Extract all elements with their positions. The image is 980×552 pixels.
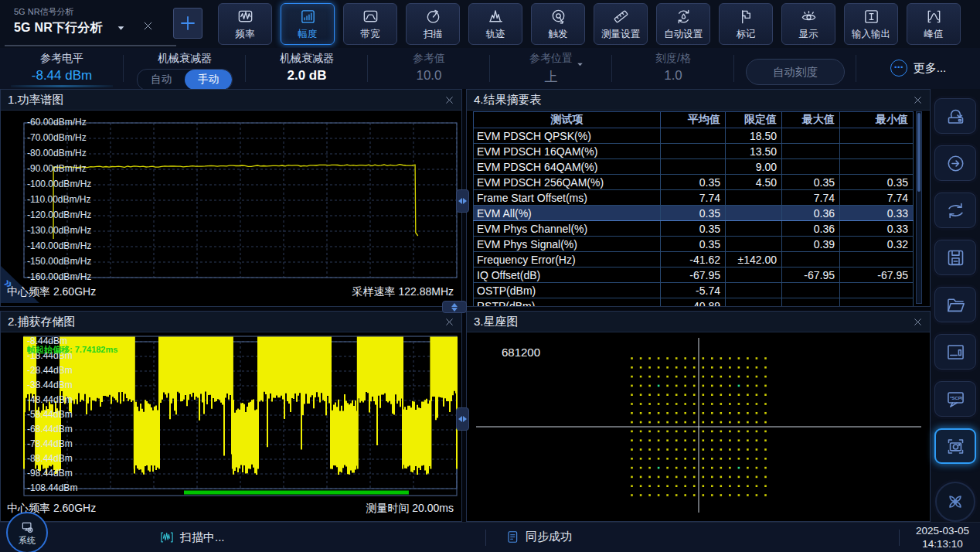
- table-row[interactable]: Frame Start Offset(ms)7.747.747.74: [474, 190, 914, 206]
- toolbar-button-trigger[interactable]: 触发: [531, 3, 585, 45]
- auto-scale-button[interactable]: 自动刻度: [746, 59, 845, 85]
- y-axis-tick-label: -70.00dBm/Hz: [27, 132, 87, 143]
- sidebar-button-scpi[interactable]: *SCPI: [934, 381, 976, 417]
- trigger-icon: [550, 8, 567, 26]
- frame-offset-annotation: 帧起始偏移: 7.74182ms: [27, 344, 117, 356]
- toolbar-button-peak[interactable]: 峰值: [907, 3, 961, 45]
- toolbar-button-trace[interactable]: 轨迹: [468, 3, 522, 45]
- center-frequency-label: 中心频率 2.60GHz: [7, 285, 96, 299]
- value-cell: 0.35: [661, 237, 726, 252]
- freq-icon: [236, 8, 254, 26]
- sidebar-button-screenshot[interactable]: [934, 428, 976, 464]
- table-row[interactable]: EVM PDSCH 256QAM(%)0.354.500.350.35: [474, 175, 914, 190]
- param-value[interactable]: 上: [490, 68, 612, 86]
- table-row[interactable]: RSTP(dBm)-40.89: [474, 298, 914, 307]
- constellation-plot[interactable]: [467, 332, 930, 521]
- ellipsis-icon: ⋯: [890, 60, 907, 77]
- scrollbar-thumb[interactable]: [917, 113, 920, 192]
- power-spectrum-plot[interactable]: -60.00dBm/Hz-70.00dBm/Hz-80.00dBm/Hz-90.…: [1, 110, 461, 306]
- tab-close-icon[interactable]: [142, 20, 154, 32]
- toolbar-button-meas-setup[interactable]: 测量设置: [594, 3, 648, 45]
- table-row[interactable]: EVM All(%)0.350.360.33: [474, 206, 914, 221]
- param-value[interactable]: 1.0: [612, 68, 734, 83]
- value-cell: 0.35: [661, 175, 726, 190]
- capture-plot[interactable]: -8.44dBm-18.44dBm-28.44dBm-38.44dBm-48.4…: [1, 332, 461, 521]
- panel-close-icon[interactable]: [913, 95, 923, 105]
- table-row[interactable]: EVM Phys Channel(%)0.350.360.33: [474, 221, 914, 237]
- test-item-cell: EVM PDSCH 64QAM(%): [474, 159, 661, 175]
- panel-summary-table: 4.结果摘要表 测试项平均值限定值最大值最小值EVM PDSCH QPSK(%)…: [466, 89, 931, 307]
- result-summary-table: 测试项平均值限定值最大值最小值EVM PDSCH QPSK(%)18.50EVM…: [473, 111, 914, 306]
- measure-time-label: 测量时间 20.00ms: [366, 502, 454, 516]
- panel-title-bar: 3.星座图: [467, 312, 930, 332]
- y-axis-tick-label: -140.00dBm/Hz: [27, 240, 91, 251]
- test-item-cell: IQ Offset(dB): [474, 267, 661, 283]
- tab-dropdown-caret-icon[interactable]: [116, 23, 126, 33]
- panel-close-icon[interactable]: [444, 317, 454, 327]
- toolbar-button-bandwidth[interactable]: 带宽: [343, 3, 397, 45]
- value-cell: 0.35: [661, 221, 726, 237]
- test-item-cell: OSTP(dBm): [474, 283, 661, 298]
- sidebar-button-restart-sweep[interactable]: [934, 193, 976, 228]
- table-scrollbar[interactable]: [916, 111, 922, 304]
- toolbar-button-display[interactable]: 显示: [781, 3, 835, 45]
- value-cell: ±142.00: [726, 252, 782, 267]
- sidebar-button-preset[interactable]: [934, 98, 976, 134]
- table-row[interactable]: OSTP(dBm)-5.74: [474, 283, 914, 298]
- toolbar-button-sweep[interactable]: 扫描: [406, 3, 460, 45]
- toolbar-button-io[interactable]: 输入输出: [844, 3, 898, 45]
- toolbar-button-amplitude[interactable]: 幅度: [281, 3, 335, 45]
- parameter-bar: 参考电平-8.44 dBm机械衰减器自动手动机械衰减器2.0 dB参考值10.0…: [0, 48, 980, 90]
- sidebar-button-save[interactable]: [934, 240, 976, 275]
- splitter-handle-horizontal[interactable]: [442, 301, 467, 313]
- table-row[interactable]: IQ Offset(dB)-67.95-67.95-67.95: [474, 267, 914, 283]
- run-icon: [945, 153, 966, 174]
- toolbar-button-label: 输入输出: [852, 28, 890, 41]
- sync-status-text: 同步成功: [526, 530, 572, 544]
- toolbar-button-freq[interactable]: 频率: [218, 3, 272, 45]
- table-row[interactable]: EVM PDSCH 64QAM(%)9.00: [474, 159, 914, 175]
- y-axis-tick-label: -130.00dBm/Hz: [27, 225, 91, 236]
- y-axis-tick-label: -150.00dBm/Hz: [27, 256, 91, 267]
- toolbar-button-marker[interactable]: 标记: [719, 3, 773, 45]
- param-value[interactable]: -8.44 dBm: [0, 68, 124, 83]
- test-item-cell: RSTP(dBm): [474, 298, 661, 307]
- sidebar-button-single-run[interactable]: [934, 145, 976, 181]
- splitter-handle-vertical[interactable]: [456, 189, 469, 213]
- table-row[interactable]: EVM PDSCH 16QAM(%)13.50: [474, 144, 914, 159]
- toolbar-button-auto-setup[interactable]: 自动设置: [656, 3, 710, 45]
- panel-close-icon[interactable]: [444, 95, 454, 105]
- value-cell: 0.35: [840, 175, 914, 190]
- attenuator-mode-toggle[interactable]: 自动手动: [137, 69, 233, 90]
- sidebar-button-window-layout[interactable]: [934, 334, 976, 370]
- param-value[interactable]: 10.0: [368, 68, 490, 83]
- panel-close-icon[interactable]: [913, 317, 923, 327]
- system-button[interactable]: 系统: [6, 512, 48, 552]
- panel-title: 4.结果摘要表: [474, 93, 542, 107]
- param-value[interactable]: 2.0 dB: [246, 68, 368, 83]
- panel-power-spectrum: 1.功率谱图 -60.00dBm/Hz-70.00dBm/Hz-80.00dBm…: [0, 89, 462, 307]
- param-col-6: 自动刻度: [734, 48, 856, 89]
- table-row[interactable]: Frequency Error(Hz)-41.62±142.00: [474, 252, 914, 267]
- value-cell: [782, 144, 840, 159]
- toggle-option[interactable]: 手动: [185, 70, 232, 90]
- measurement-tab[interactable]: 5G NR信号分析 5G NR下行分析: [14, 6, 103, 36]
- y-axis-tick-label: -48.44dBm: [27, 394, 73, 405]
- sidebar-button-open-file[interactable]: [934, 287, 976, 322]
- test-item-cell: EVM All(%): [474, 206, 661, 221]
- panel-title-bar: 4.结果摘要表: [467, 90, 930, 111]
- value-cell: -67.95: [661, 267, 726, 283]
- value-cell: [661, 128, 726, 144]
- toolbar-buttons: 频率幅度带宽扫描轨迹触发测量设置自动设置标记显示输入输出峰值: [218, 3, 961, 45]
- param-col-3: 参考值10.0: [368, 48, 490, 89]
- toggle-option[interactable]: 自动: [138, 70, 185, 90]
- splitter-handle-vertical[interactable]: [456, 407, 469, 431]
- add-measurement-button[interactable]: [173, 8, 202, 39]
- value-cell: 18.50: [726, 128, 782, 144]
- table-row[interactable]: EVM PDSCH QPSK(%)18.50: [474, 128, 914, 144]
- more-button[interactable]: ⋯更多...: [856, 52, 980, 89]
- value-cell: [726, 206, 782, 221]
- value-cell: -67.95: [782, 267, 840, 283]
- table-row[interactable]: EVM Phys Signal(%)0.350.390.32: [474, 237, 914, 252]
- sidebar-button-quick-menu[interactable]: [935, 482, 975, 522]
